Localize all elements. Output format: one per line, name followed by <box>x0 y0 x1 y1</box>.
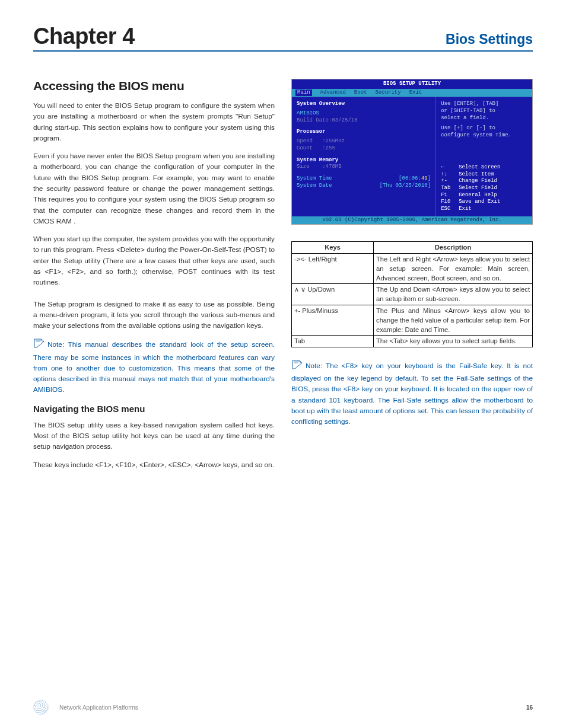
note-paragraph: Note: The <F8> key on your keyboard is t… <box>291 359 533 427</box>
bios-tab-boot: Boot <box>354 90 367 97</box>
bios-tab-security: Security <box>375 90 400 97</box>
bios-left-pane: System Overview AMIBIOS Build Date:03/25… <box>292 97 436 216</box>
th-keys: Keys <box>292 242 374 253</box>
bios-nav-key: ↑↓ <box>441 171 459 178</box>
bios-sysdate-value: [Thu 03/25/2010] <box>380 183 431 190</box>
body-paragraph: The Setup program is designed to make it… <box>33 299 275 331</box>
footer-text: Network Application Platforms <box>59 704 138 711</box>
section-heading: Accessing the BIOS menu <box>33 79 275 93</box>
body-paragraph: Even if you have never enter the BIOS Se… <box>33 151 275 226</box>
th-description: Description <box>374 242 533 253</box>
bios-nav-desc: Save and Exit <box>459 199 500 206</box>
body-paragraph: When you start up the computer, the syst… <box>33 234 275 288</box>
body-paragraph: These keys include <F1>, <F10>, <Enter>,… <box>33 459 275 470</box>
chapter-title: Chapter 4 <box>33 24 135 49</box>
keys-table: Keys Description -><- Left/Right The Lef… <box>291 241 533 347</box>
right-column: BIOS SETUP UTILITY Main Advanced Boot Se… <box>291 79 533 477</box>
bios-right-pane: Use [ENTER], [TAB] or [SHIFT-TAB] to sel… <box>436 97 532 216</box>
bios-nav-key: +- <box>441 178 459 185</box>
bios-nav-key: ESC <box>441 206 459 213</box>
body-paragraph: You will need to enter the BIOS Setup pr… <box>33 100 275 143</box>
pencil-icon <box>291 359 304 373</box>
cell-key: +- Plus/Minuss <box>292 305 374 336</box>
bios-systime-label: System Time <box>297 175 332 183</box>
bios-processor: Processor <box>297 129 431 136</box>
cell-desc: The Left and Right <Arrow> keys allow yo… <box>374 253 533 284</box>
bios-nav-desc: Select Item <box>459 171 494 178</box>
page-footer: Network Application Platforms 16 <box>33 700 533 715</box>
bios-nav-desc: Exit <box>459 206 472 213</box>
bios-title: BIOS SETUP UTILITY <box>292 79 532 89</box>
bios-sysdate-label: System Date <box>297 183 332 190</box>
cell-desc: The Up and Down <Arrow> keys allow you t… <box>374 284 533 305</box>
page-number: 16 <box>526 704 533 711</box>
bios-hint: Use [+] or [-] to <box>441 125 527 132</box>
bios-speed-value: :255MHz <box>322 138 345 144</box>
bios-hint: configure system Time. <box>441 132 527 139</box>
table-header-row: Keys Description <box>292 242 533 253</box>
cell-desc: The Plus and Minus <Arrow> keys allow yo… <box>374 305 533 336</box>
bios-nav-key: ← <box>441 164 459 171</box>
bios-hint: or [SHIFT-TAB] to <box>441 108 527 115</box>
bios-nav-desc: Select Screen <box>459 164 500 171</box>
chapter-section: Bios Settings <box>446 31 533 47</box>
bios-menubar: Main Advanced Boot Security Exit <box>292 89 532 97</box>
bios-count-value: :255 <box>322 145 335 151</box>
subsection-heading: Navigating the BIOS menu <box>33 404 275 414</box>
bios-tab-main: Main <box>295 90 312 97</box>
bios-nav-key: Tab <box>441 185 459 192</box>
bios-nav-desc: Select Field <box>459 185 497 192</box>
cell-desc: The <Tab> key allows you to select setup… <box>374 336 533 347</box>
bios-overview: System Overview <box>297 101 431 108</box>
bios-size-label: Size <box>297 164 310 170</box>
bios-nav-desc: General Help <box>459 192 497 199</box>
left-column: Accessing the BIOS menu You will need to… <box>33 79 275 477</box>
bios-build: Build Date:03/25/10 <box>297 117 431 124</box>
bios-nav-desc: Change Field <box>459 178 497 185</box>
table-row: ∧ ∨ Up/Down The Up and Down <Arrow> keys… <box>292 284 533 305</box>
pencil-icon <box>33 338 46 352</box>
bios-hint: Use [ENTER], [TAB] <box>441 101 527 108</box>
table-row: -><- Left/Right The Left and Right <Arro… <box>292 253 533 284</box>
note-paragraph: Note: This manual describes the standard… <box>33 338 275 395</box>
bios-nav-key: F1 <box>441 192 459 199</box>
table-row: Tab The <Tab> key allows you to select s… <box>292 336 533 347</box>
chapter-header: Chapter 4 Bios Settings <box>33 24 533 52</box>
footer-logo-icon <box>33 700 49 715</box>
bios-size-value: :478MB <box>322 164 341 170</box>
bios-count-label: Count <box>297 145 313 151</box>
note-text: Note: The <F8> key on your keyboard is t… <box>291 361 533 426</box>
body-paragraph: The BIOS setup utility uses a key-based … <box>33 420 275 452</box>
cell-key: Tab <box>292 336 374 347</box>
bios-hint: select a field. <box>441 115 527 122</box>
bios-systime-value: [00:06:49] <box>399 175 431 183</box>
bios-screenshot: BIOS SETUP UTILITY Main Advanced Boot Se… <box>291 79 533 225</box>
note-text: Note: This manual describes the standard… <box>33 340 275 394</box>
bios-tab-advanced: Advanced <box>320 90 346 97</box>
cell-key: -><- Left/Right <box>292 253 374 284</box>
bios-nav-key: F10 <box>441 199 459 206</box>
table-row: +- Plus/Minuss The Plus and Minus <Arrow… <box>292 305 533 336</box>
bios-memory: System Memory <box>297 157 431 164</box>
cell-key: ∧ ∨ Up/Down <box>292 284 374 305</box>
bios-speed-label: Speed <box>297 138 313 144</box>
bios-footer: v02.61 (C)Copyright 1985-2006, American … <box>292 216 532 225</box>
bios-amibios: AMIBIOS <box>297 110 431 117</box>
bios-tab-exit: Exit <box>409 90 422 97</box>
